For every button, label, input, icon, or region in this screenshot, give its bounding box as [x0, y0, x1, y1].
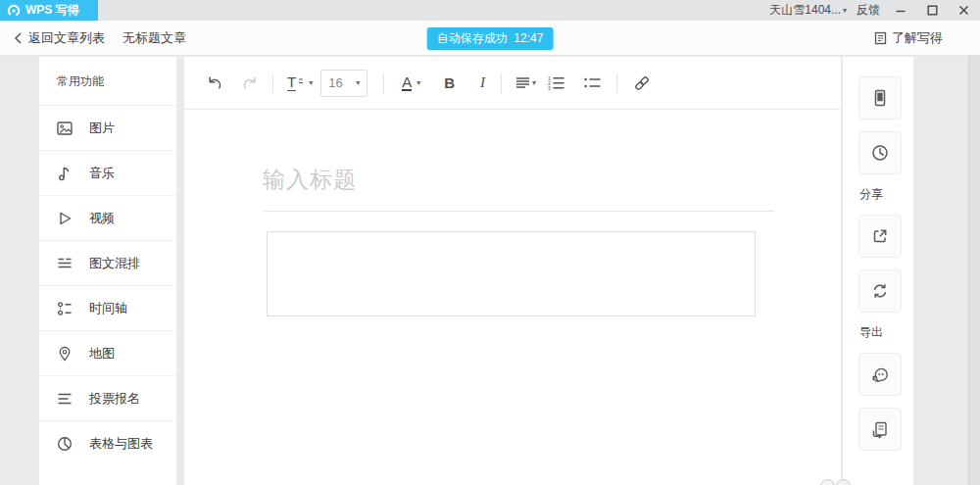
map-pin-icon [56, 345, 74, 363]
redo-icon [241, 74, 259, 92]
right-toolbar: 分享 导出 [843, 57, 913, 485]
video-icon [56, 210, 74, 227]
chevron-down-icon [309, 79, 313, 87]
minimize-icon [895, 5, 906, 17]
sidebar-item-text-image-layout[interactable]: 图文混排 [39, 241, 176, 286]
export-section-label: 导出 [859, 324, 913, 341]
sync-icon [870, 281, 890, 301]
toolbar-separator [272, 73, 273, 93]
image-icon [56, 120, 74, 137]
sidebar-item-label: 表格与图表 [89, 435, 153, 453]
history-button[interactable] [858, 131, 902, 174]
sidebar-item-label: 图片 [89, 120, 115, 137]
maximize-icon [927, 5, 938, 16]
undo-icon [206, 74, 223, 92]
minimize-button[interactable] [890, 2, 911, 20]
user-menu[interactable]: 天山雪1404... [769, 2, 847, 19]
app-title: WPS 写得 [25, 2, 79, 19]
italic-button[interactable]: I [480, 74, 485, 91]
title-input[interactable]: 输入标题 [263, 165, 841, 195]
document-title[interactable]: 无标题文章 [122, 29, 186, 47]
bold-button[interactable]: B [444, 74, 455, 91]
sidebar-item-label: 时间轴 [89, 300, 127, 317]
sidebar-item-image[interactable]: 图片 [39, 106, 176, 151]
app-logo-icon [7, 4, 21, 18]
font-size-value: 16 [328, 75, 342, 90]
sync-button[interactable] [858, 269, 902, 313]
font-color-button[interactable]: A [402, 74, 420, 92]
align-icon [515, 76, 530, 90]
maximize-button[interactable] [921, 2, 943, 20]
back-label: 返回文章列表 [28, 29, 105, 47]
redo-button[interactable] [241, 74, 259, 92]
chevron-down-icon [416, 79, 420, 87]
undo-button[interactable] [206, 74, 223, 92]
autosave-time: 12:47 [514, 31, 543, 45]
ordered-list-button[interactable]: 123 [548, 75, 564, 90]
content-input[interactable] [267, 231, 756, 316]
chevron-down-icon [532, 79, 536, 87]
toolbar-separator [501, 73, 502, 93]
username: 天山雪1404... [769, 2, 841, 19]
bullet-list-button[interactable] [584, 76, 601, 89]
autosave-badge: 自动保存成功 12:47 [427, 27, 554, 50]
sidebar: 常用功能 图片 音乐 视频 图文混排 时间轴 地图 [39, 57, 176, 485]
link-button[interactable] [633, 74, 651, 92]
app-brand: WPS 写得 [0, 0, 98, 21]
share-link-button[interactable] [858, 215, 902, 258]
text-style-lines [298, 76, 304, 88]
text-style-button[interactable]: T [287, 74, 313, 91]
sidebar-item-label: 音乐 [89, 165, 115, 182]
close-icon [958, 5, 969, 16]
sidebar-item-video[interactable]: 视频 [39, 196, 176, 241]
chevron-down-icon [356, 79, 360, 87]
external-link-icon [870, 226, 890, 246]
mobile-preview-button[interactable] [858, 76, 902, 120]
font-color-letter: A [402, 74, 412, 92]
toolbar-separator [383, 73, 384, 93]
back-button[interactable]: 返回文章列表 [14, 29, 105, 47]
navbar: 返回文章列表 无标题文章 自动保存成功 12:47 了解写得 [0, 21, 980, 56]
timeline-icon [56, 300, 74, 317]
autosave-text: 自动保存成功 [437, 31, 508, 45]
sidebar-item-charts[interactable]: 表格与图表 [39, 421, 176, 466]
sidebar-item-label: 投票报名 [89, 390, 140, 408]
svg-text:3: 3 [548, 85, 551, 90]
toolbar-separator [616, 73, 617, 93]
editor-canvas: 输入标题 [184, 110, 841, 316]
bullet-list-icon [584, 76, 601, 89]
close-button[interactable] [953, 2, 974, 20]
document-icon [874, 31, 887, 45]
link-icon [633, 74, 651, 92]
ordered-list-icon: 123 [548, 75, 564, 90]
phone-icon [870, 88, 890, 108]
title-underline [263, 211, 774, 212]
export-chat-button[interactable] [858, 353, 902, 396]
chevron-left-icon [14, 32, 23, 44]
text-image-layout-icon [56, 255, 74, 272]
window-edge-strip [968, 56, 980, 485]
sidebar-item-map[interactable]: 地图 [39, 331, 176, 376]
titlebar: WPS 写得 天山雪1404... 反馈 [0, 0, 980, 21]
chat-export-icon [870, 364, 891, 385]
share-section-label: 分享 [859, 186, 913, 203]
export-document-button[interactable] [858, 408, 902, 451]
sidebar-item-label: 地图 [89, 345, 115, 363]
chevron-down-icon [843, 7, 847, 15]
editor-toolbar: T 16 A B I 123 [184, 57, 841, 110]
learn-link[interactable]: 了解写得 [874, 21, 943, 56]
document-export-icon [870, 419, 891, 440]
sidebar-header: 常用功能 [39, 57, 176, 106]
font-size-select[interactable]: 16 [320, 70, 368, 97]
feedback-link[interactable]: 反馈 [857, 2, 880, 19]
sidebar-item-label: 图文混排 [89, 255, 140, 272]
sidebar-item-music[interactable]: 音乐 [39, 151, 176, 196]
learn-label: 了解写得 [892, 29, 943, 47]
align-button[interactable] [515, 76, 536, 90]
pie-chart-icon [56, 435, 74, 453]
sidebar-item-timeline[interactable]: 时间轴 [39, 286, 176, 331]
clock-icon [870, 143, 890, 163]
vote-list-icon [56, 390, 74, 408]
editor-panel: T 16 A B I 123 [184, 57, 841, 485]
sidebar-item-vote[interactable]: 投票报名 [39, 376, 176, 421]
